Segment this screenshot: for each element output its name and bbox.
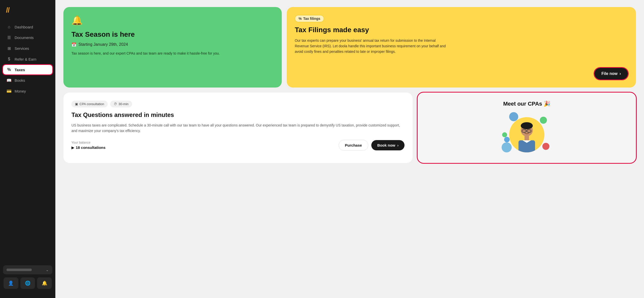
purchase-button[interactable]: Purchase: [339, 140, 368, 151]
sidebar-nav: ⌂ Dashboard ☰ Documents ⊞ Services $ Ref…: [0, 22, 55, 262]
meet-cpa-title: Meet our CPAs 🎉: [503, 101, 550, 107]
booknow-arrow-icon: ›: [397, 143, 398, 147]
video-icon: ▶: [71, 146, 74, 150]
grid-icon: ⊞: [7, 46, 12, 51]
tax-season-title: Tax Season is here: [71, 30, 274, 39]
logo-text: //: [6, 6, 10, 14]
balance-label: Your balance: [71, 141, 105, 144]
cpa-avatar-svg: [513, 122, 541, 152]
duration-tag-label: 30-min: [118, 102, 129, 106]
sidebar-item-money[interactable]: 💳 Money: [3, 86, 52, 96]
svg-rect-6: [525, 136, 529, 141]
bell-decoration-icon: 🔔: [71, 15, 274, 26]
file-now-label: File now: [601, 71, 618, 76]
sidebar-item-dashboard[interactable]: ⌂ Dashboard: [3, 22, 52, 32]
consultation-description: US business taxes are complicated. Sched…: [71, 122, 405, 134]
svg-point-1: [521, 122, 533, 129]
book-now-button[interactable]: Book now ›: [371, 140, 405, 150]
sidebar-item-taxes[interactable]: % Taxes: [3, 65, 52, 74]
sidebar-label-services: Services: [15, 46, 29, 51]
percent-badge-icon: %: [299, 17, 302, 21]
sidebar-item-refer[interactable]: $ Refer & Earn: [3, 54, 52, 64]
video-tag-icon: ▣: [75, 102, 78, 106]
consultation-footer: Your balance ▶ 18 consultations Purchase…: [71, 140, 405, 151]
tax-filings-description: Our tax experts can prepare your busines…: [295, 38, 446, 55]
main-content: 🔔 Tax Season is here 📅 Starting January …: [55, 0, 644, 298]
clock-tag-icon: ⏱: [114, 102, 117, 106]
sidebar: // ⌂ Dashboard ☰ Documents ⊞ Services $ …: [0, 0, 55, 298]
tax-season-card: 🔔 Tax Season is here 📅 Starting January …: [63, 7, 282, 88]
document-icon: ☰: [7, 35, 12, 40]
tax-season-date-row: 📅 Starting January 29th, 2024: [71, 42, 274, 47]
notification-icon: 🔔: [42, 280, 47, 286]
dot-blue-bottom-left: [502, 142, 512, 152]
account-switcher[interactable]: ⌄: [3, 265, 52, 274]
sidebar-item-books[interactable]: 📖 Books: [3, 75, 52, 85]
top-cards-row: 🔔 Tax Season is here 📅 Starting January …: [63, 7, 636, 88]
sidebar-label-money: Money: [15, 89, 26, 93]
sidebar-label-books: Books: [15, 78, 25, 82]
dot-red-right: [542, 143, 549, 150]
percent-icon: %: [7, 67, 12, 72]
tax-filings-card: % Tax filings Tax Filings made easy Our …: [287, 7, 636, 88]
tax-filings-title: Tax Filings made easy: [295, 26, 628, 34]
cpa-tag-label: CPA consultation: [79, 102, 104, 106]
meet-cpa-card: Meet our CPAs 🎉: [418, 93, 636, 163]
person-icon: 👤: [8, 280, 14, 286]
purchase-label: Purchase: [345, 143, 362, 147]
balance-count: 18 consultations: [76, 145, 105, 150]
bottom-cards-row: ▣ CPA consultation ⏱ 30-min Tax Question…: [63, 93, 636, 163]
arrow-right-icon: ›: [620, 71, 621, 76]
cpa-consultation-tag: ▣ CPA consultation: [71, 101, 108, 107]
badge-label: Tax filings: [303, 17, 320, 21]
consultation-buttons: Purchase Book now ›: [339, 140, 405, 151]
consultation-tags: ▣ CPA consultation ⏱ 30-min: [71, 101, 405, 107]
sidebar-label-taxes: Taxes: [15, 68, 25, 72]
bell-button[interactable]: 🔔: [37, 277, 52, 289]
sidebar-actions: 👤 🌐 🔔: [3, 277, 52, 289]
calendar-icon: 📅: [71, 42, 76, 47]
profile-button[interactable]: 👤: [4, 277, 18, 289]
consultation-title: Tax Questions answered in minutes: [71, 111, 405, 118]
sidebar-bottom: ⌄ 👤 🌐 🔔: [0, 262, 55, 292]
globe-icon: 🌐: [25, 280, 30, 286]
sidebar-item-documents[interactable]: ☰ Documents: [3, 33, 52, 42]
consultation-card: ▣ CPA consultation ⏱ 30-min Tax Question…: [63, 93, 413, 163]
cpa-circle: [509, 117, 544, 152]
card-icon: 💳: [7, 89, 12, 94]
file-now-button[interactable]: File now ›: [594, 68, 628, 79]
dollar-icon: $: [7, 57, 12, 61]
tax-season-description: Tax season is here, and our expert CPAs …: [71, 51, 274, 56]
chevron-down-icon: ⌄: [46, 268, 49, 272]
tax-season-date: Starting January 29th, 2024: [78, 42, 128, 47]
dot-green-left: [502, 132, 507, 137]
home-icon: ⌂: [7, 25, 12, 29]
sidebar-item-services[interactable]: ⊞ Services: [3, 44, 52, 53]
books-icon: 📖: [7, 78, 12, 83]
tax-filings-badge: % Tax filings: [295, 15, 324, 22]
duration-tag: ⏱ 30-min: [110, 101, 132, 107]
booknow-label: Book now: [377, 143, 395, 147]
dot-green-top-right: [540, 117, 547, 124]
globe-button[interactable]: 🌐: [20, 277, 35, 289]
balance-value-row: ▶ 18 consultations: [71, 145, 105, 150]
account-bar: [7, 269, 32, 271]
balance-info: Your balance ▶ 18 consultations: [71, 141, 105, 150]
sidebar-label-refer: Refer & Earn: [15, 57, 36, 61]
sidebar-label-dashboard: Dashboard: [15, 25, 33, 29]
sidebar-label-documents: Documents: [15, 35, 34, 40]
logo: //: [0, 6, 55, 22]
cpa-avatar-container: [502, 112, 552, 152]
dot-blue-mid-left: [504, 137, 510, 142]
